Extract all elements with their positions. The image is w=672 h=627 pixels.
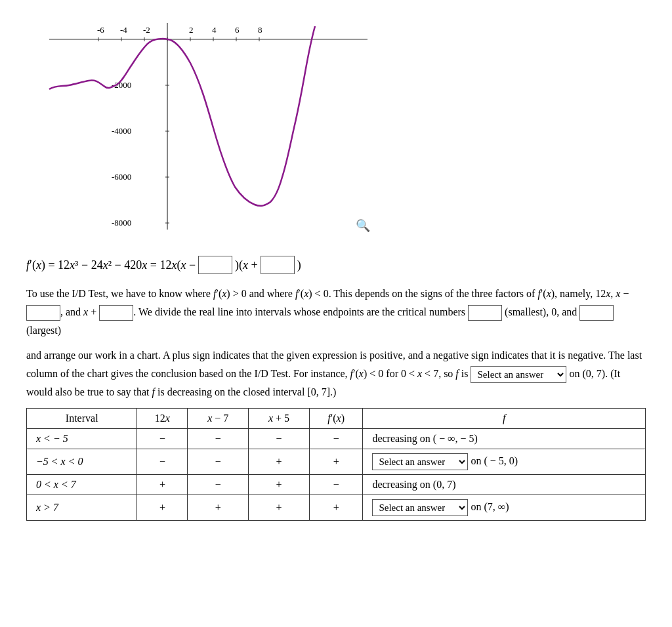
col-header-f: f: [363, 409, 646, 429]
col-header-x-minus-7: x − 7: [188, 409, 249, 429]
row1-x-minus-7: −: [188, 429, 249, 449]
row4-x-plus-5: +: [249, 495, 310, 521]
search-icon: 🔍: [356, 218, 370, 233]
function-curve: [49, 26, 315, 206]
formula-section: f′(x) = 12x³ − 24x² − 420x = 12x(x − )(x…: [26, 256, 646, 274]
paragraph-2: and arrange our work in a chart. A plus …: [26, 346, 646, 401]
formula-text-1: f′(x) = 12x³ − 24x² − 420x = 12x(x −: [26, 258, 196, 272]
graph-container: -6 -4 -2 2 4 6 8 -2000 -4000: [26, 7, 646, 243]
svg-text:6: 6: [235, 25, 240, 35]
svg-text:-2: -2: [143, 25, 150, 35]
page-container: -6 -4 -2 2 4 6 8 -2000 -4000: [0, 0, 672, 534]
critical-smallest-box[interactable]: [468, 305, 502, 321]
function-graph: -6 -4 -2 2 4 6 8 -2000 -4000: [26, 7, 368, 230]
factor2-input-box[interactable]: [261, 256, 295, 274]
row1-x-plus-5: −: [249, 429, 310, 449]
row2-conclusion: Select an answer increasing decreasing o…: [363, 449, 646, 475]
row2-x-plus-5: +: [249, 449, 310, 475]
row4-12x: +: [137, 495, 188, 521]
formula-text-2: )(x +: [235, 258, 258, 272]
row3-12x: +: [137, 475, 188, 495]
col-header-interval: Interval: [27, 409, 137, 429]
col-header-f-prime: f′(x): [309, 409, 363, 429]
table-row: −5 < x < 0 − − + + Select an answer incr…: [27, 449, 646, 475]
row2-12x: −: [137, 449, 188, 475]
col-header-x-plus-5: x + 5: [249, 409, 310, 429]
row4-interval: x > 7: [27, 495, 137, 521]
factor1-input-box[interactable]: [198, 256, 232, 274]
row2-fprime: +: [309, 449, 363, 475]
row1-conclusion: decreasing on ( − ∞, − 5): [363, 429, 646, 449]
row3-interval: 0 < x < 7: [27, 475, 137, 495]
row1-interval: x < − 5: [27, 429, 137, 449]
row4-x-minus-7: +: [188, 495, 249, 521]
svg-text:4: 4: [212, 25, 217, 35]
svg-text:8: 8: [258, 25, 262, 35]
row4-conclusion: Select an answer increasing decreasing o…: [363, 495, 646, 521]
svg-text:-6: -6: [97, 25, 104, 35]
table-row: x < − 5 − − − − decreasing on ( − ∞, − 5…: [27, 429, 646, 449]
row4-fprime: +: [309, 495, 363, 521]
table-row: x > 7 + + + + Select an answer increasin…: [27, 495, 646, 521]
row2-interval: −5 < x < 0: [27, 449, 137, 475]
table-header-row: Interval 12x x − 7 x + 5 f′(x) f: [27, 409, 646, 429]
formula-text-3: ): [297, 258, 301, 272]
inline-select-paragraph[interactable]: Select an answer increasing decreasing: [471, 366, 566, 383]
col-header-12x: 12x: [137, 409, 188, 429]
select-row4[interactable]: Select an answer increasing decreasing: [372, 499, 468, 516]
row3-x-minus-7: −: [188, 475, 249, 495]
table-row: 0 < x < 7 + − + − decreasing on (0, 7): [27, 475, 646, 495]
row2-x-minus-7: −: [188, 449, 249, 475]
paragraph-1: To use the I/D Test, we have to know whe…: [26, 285, 646, 340]
row3-fprime: −: [309, 475, 363, 495]
row3-conclusion: decreasing on (0, 7): [363, 475, 646, 495]
row1-fprime: −: [309, 429, 363, 449]
row1-12x: −: [137, 429, 188, 449]
svg-text:-4000: -4000: [112, 126, 131, 136]
critical-largest-box[interactable]: [579, 305, 614, 321]
svg-text:-4: -4: [120, 25, 127, 35]
id-test-table: Interval 12x x − 7 x + 5 f′(x) f x < − 5…: [26, 408, 646, 521]
row3-x-plus-5: +: [249, 475, 310, 495]
svg-text:2: 2: [189, 25, 194, 35]
factor2-inline-box[interactable]: [99, 305, 133, 321]
factor1-inline-box[interactable]: [26, 305, 60, 321]
select-row2[interactable]: Select an answer increasing decreasing: [372, 453, 468, 470]
svg-text:-8000: -8000: [112, 218, 131, 228]
svg-text:-6000: -6000: [112, 172, 131, 182]
